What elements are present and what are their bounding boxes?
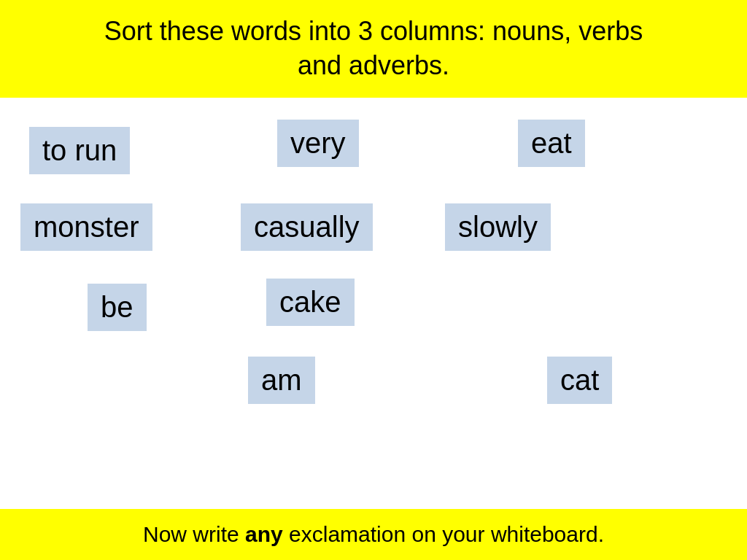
footer-text: Now write any exclamation on your whiteb… — [29, 522, 718, 547]
header-banner: Sort these words into 3 columns: nouns, … — [0, 0, 747, 98]
word-card-am[interactable]: am — [248, 357, 315, 404]
word-label-casually: casually — [254, 211, 360, 244]
words-area: to runveryeatmonstercasuallyslowlybecake… — [0, 98, 747, 509]
word-label-cake: cake — [279, 286, 341, 319]
word-label-slowly: slowly — [458, 211, 538, 244]
word-card-very[interactable]: very — [277, 120, 359, 167]
word-card-slowly[interactable]: slowly — [445, 203, 551, 251]
word-card-cake[interactable]: cake — [266, 279, 355, 326]
footer-text-before: Now write — [143, 522, 245, 546]
header-title-line2: and adverbs. — [298, 50, 449, 80]
word-label-monster: monster — [34, 211, 139, 244]
word-label-be: be — [101, 291, 133, 324]
header-title-line1: Sort these words into 3 columns: nouns, … — [104, 16, 643, 46]
word-card-casually[interactable]: casually — [241, 203, 373, 251]
word-card-be[interactable]: be — [88, 284, 147, 331]
word-card-cat[interactable]: cat — [547, 357, 612, 404]
footer-text-after: exclamation on your whiteboard. — [283, 522, 604, 546]
word-card-to-run[interactable]: to run — [29, 127, 130, 174]
word-label-am: am — [261, 364, 302, 397]
word-label-cat: cat — [560, 364, 599, 397]
word-label-eat: eat — [531, 127, 572, 160]
word-card-monster[interactable]: monster — [20, 203, 152, 251]
footer-bold-word: any — [245, 522, 283, 546]
word-label-very: very — [290, 127, 346, 160]
header-title: Sort these words into 3 columns: nouns, … — [29, 15, 718, 83]
word-card-eat[interactable]: eat — [518, 120, 585, 167]
footer-banner: Now write any exclamation on your whiteb… — [0, 509, 747, 560]
word-label-to-run: to run — [42, 134, 117, 167]
